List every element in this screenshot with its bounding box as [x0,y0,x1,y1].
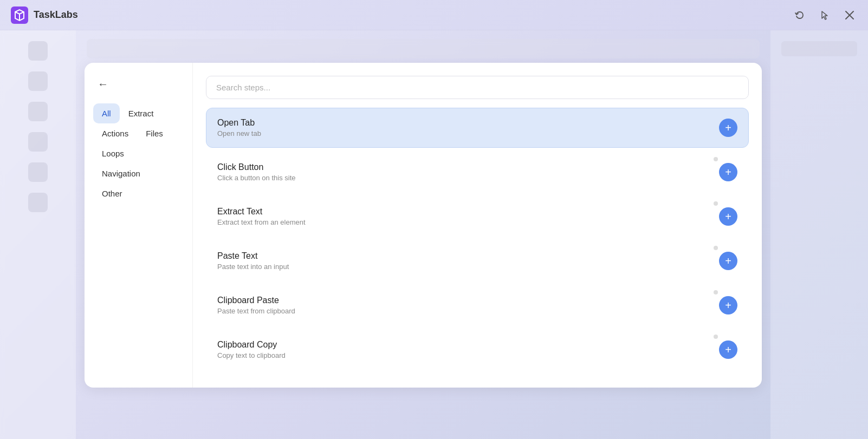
panel-container: ← AllExtractActionsFilesLoopsNavigationO… [76,30,770,439]
step-desc-extract-text: Extract text from an element [217,218,306,226]
category-item-extract[interactable]: Extract [120,103,163,123]
step-info-open-tab: Open TabOpen new tab [217,118,261,137]
step-item-dot [714,201,718,206]
step-title-open-tab: Open Tab [217,118,261,128]
step-desc-paste-text: Paste text into an input [217,263,289,271]
step-info-clipboard-copy: Clipboard CopyCopy text to clipboard [217,340,286,359]
category-list: AllExtractActionsFilesLoopsNavigationOth… [93,103,184,204]
steps-panel: ← AllExtractActionsFilesLoopsNavigationO… [85,63,762,388]
step-item-click-button[interactable]: Click ButtonClick a button on this site+ [206,152,749,192]
bg-dot-2 [28,71,48,91]
panel-top-blur [87,39,760,58]
titlebar-right [792,8,857,23]
bg-dot-1 [28,41,48,61]
category-item-loops[interactable]: Loops [93,143,133,163]
step-item-dot [714,290,718,294]
category-item-actions[interactable]: Actions [93,123,137,143]
step-info-clipboard-paste: Clipboard PastePaste text from clipboard [217,296,295,315]
step-desc-clipboard-copy: Copy text to clipboard [217,351,286,359]
step-item-clipboard-copy[interactable]: Clipboard CopyCopy text to clipboard+ [206,330,749,370]
add-step-button-extract-text[interactable]: + [719,207,737,226]
titlebar: TaskLabs [0,0,868,30]
step-title-extract-text: Extract Text [217,207,306,217]
add-step-button-clipboard-paste[interactable]: + [719,296,737,314]
step-item-dot [714,335,718,339]
step-item-paste-text[interactable]: Paste TextPaste text into an input+ [206,241,749,281]
close-button[interactable] [842,8,857,23]
close-icon [845,10,854,20]
add-step-button-clipboard-copy[interactable]: + [719,340,737,359]
step-title-clipboard-copy: Clipboard Copy [217,340,286,350]
bg-dot-5 [28,162,48,182]
step-item-dot [714,157,718,161]
category-item-all[interactable]: All [93,103,120,123]
cursor-button[interactable] [817,8,832,23]
step-info-paste-text: Paste TextPaste text into an input [217,251,289,271]
bg-dot-6 [28,193,48,212]
bg-left-sidebar [0,30,76,439]
logo-icon [11,6,28,24]
step-desc-clipboard-paste: Paste text from clipboard [217,307,295,315]
step-desc-open-tab: Open new tab [217,129,261,137]
step-item-dot [714,246,718,250]
category-item-files[interactable]: Files [137,123,172,143]
category-item-navigation[interactable]: Navigation [93,163,149,184]
bg-dot-4 [28,132,48,152]
steps-list-area: Open TabOpen new tab+Click ButtonClick a… [193,63,762,388]
category-item-other[interactable]: Other [93,184,131,204]
step-desc-click-button: Click a button on this site [217,174,296,182]
step-title-clipboard-paste: Clipboard Paste [217,296,295,305]
bg-right-bar-1 [781,41,857,56]
search-input[interactable] [206,76,749,99]
step-info-extract-text: Extract TextExtract text from an element [217,207,306,226]
steps-list: Open TabOpen new tab+Click ButtonClick a… [206,108,749,374]
cursor-icon [819,10,830,21]
main-area: ← AllExtractActionsFilesLoopsNavigationO… [0,30,868,439]
add-step-button-paste-text[interactable]: + [719,252,737,270]
add-step-button-open-tab[interactable]: + [719,119,737,137]
bg-dot-3 [28,102,48,121]
back-button[interactable]: ← [93,76,113,93]
undo-button[interactable] [792,8,807,23]
step-info-click-button: Click ButtonClick a button on this site [217,162,296,182]
step-item-extract-text[interactable]: Extract TextExtract text from an element… [206,196,749,237]
add-step-button-click-button[interactable]: + [719,163,737,181]
titlebar-left: TaskLabs [11,6,78,24]
bg-right-area [770,30,868,439]
step-item-clipboard-paste[interactable]: Clipboard PastePaste text from clipboard… [206,285,749,325]
step-title-click-button: Click Button [217,162,296,172]
category-sidebar: ← AllExtractActionsFilesLoopsNavigationO… [85,63,193,388]
undo-icon [794,10,805,21]
step-item-open-tab[interactable]: Open TabOpen new tab+ [206,108,749,148]
step-title-paste-text: Paste Text [217,251,289,261]
app-name: TaskLabs [34,9,78,21]
